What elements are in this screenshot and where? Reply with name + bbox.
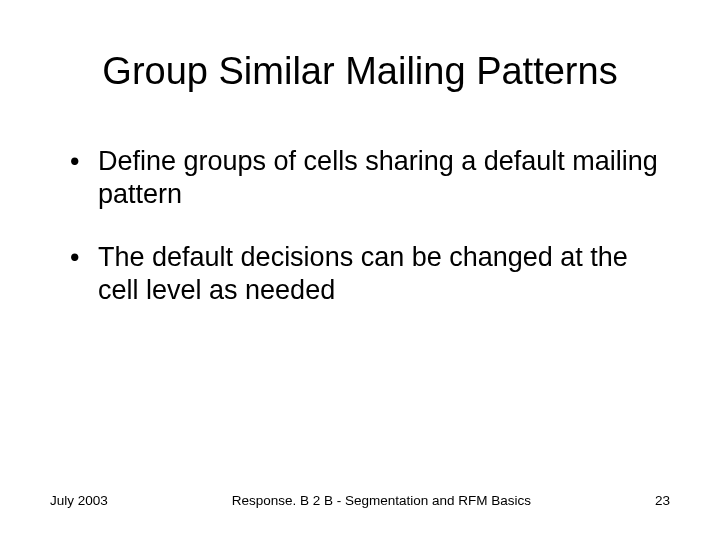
footer-date: July 2003 (50, 493, 108, 508)
slide-title: Group Similar Mailing Patterns (50, 50, 670, 93)
slide-footer: July 2003 Response. B 2 B - Segmentation… (0, 493, 720, 508)
footer-title: Response. B 2 B - Segmentation and RFM B… (108, 493, 655, 508)
bullet-item: The default decisions can be changed at … (70, 241, 670, 307)
bullet-item: Define groups of cells sharing a default… (70, 145, 670, 211)
footer-page-number: 23 (655, 493, 670, 508)
bullet-list: Define groups of cells sharing a default… (50, 145, 670, 307)
slide: Group Similar Mailing Patterns Define gr… (0, 0, 720, 540)
